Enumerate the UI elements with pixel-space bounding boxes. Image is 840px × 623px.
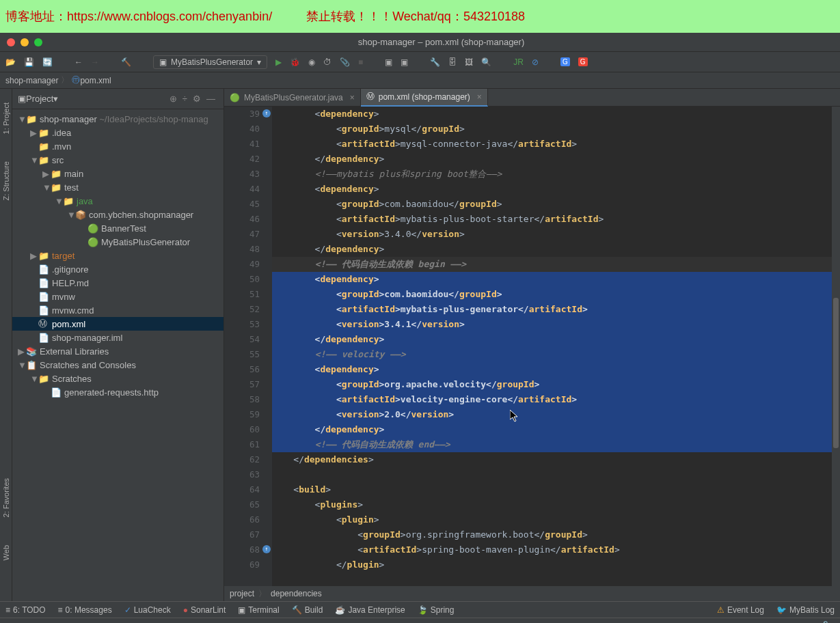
no-icon[interactable]: ⊘ [532,57,539,67]
back-icon[interactable]: ← [74,57,83,67]
bc-item[interactable]: dependencies [271,589,322,598]
tree-item[interactable]: Ⓜpom.xml [12,317,223,331]
close-icon[interactable]: × [477,92,482,102]
tree-item[interactable]: ▶📁target [12,249,223,262]
close-icon[interactable] [7,38,15,46]
left-sidebar-tabs: 1: Project Z: Structure 2: Favorites Web [0,89,12,601]
line-gutter: 39↑4041424344454647484950515253545556575… [224,107,272,586]
editor-tab[interactable]: Ⓜpom.xml (shop-manager)× [361,89,488,107]
sidebar-tab-favorites[interactable]: 2: Favorites [2,478,10,517]
tree-item[interactable]: 📄shop-manager.iml [12,331,223,344]
translate-icon[interactable]: G [560,57,570,66]
breadcrumb-root[interactable]: shop-manager [5,76,58,85]
main-area: 1: Project Z: Structure 2: Favorites Web… [0,89,840,601]
editor-breadcrumb: project 〉 dependencies [224,586,840,601]
search-icon[interactable]: 🔍 [481,57,491,67]
tool-window-button[interactable]: ≡0: Messages [58,605,112,615]
tree-item[interactable]: ▼📁java [12,194,223,208]
breadcrumb-file[interactable]: pom.xml [80,76,111,85]
editor-tab[interactable]: 🟢MyBatisPlusGenerator.java× [224,89,361,107]
watermark-right: 禁止转载！！！Wechat/qq：543210188 [306,8,525,25]
titlebar: shop-manager – pom.xml (shop-manager) [0,33,840,52]
tool-window-button[interactable]: ▣Terminal [238,605,279,615]
tree-item[interactable]: 🟢BannerTest [12,221,223,235]
coverage-icon[interactable]: ◉ [308,57,315,67]
tool-window-button[interactable]: ⚠Event Log [717,605,764,615]
profile-icon[interactable]: ⏱ [323,57,331,67]
db-icon[interactable]: 🗄 [448,57,457,67]
tree-item[interactable]: ▼📁test [12,180,223,194]
tree-item[interactable]: 📄generated-requests.http [12,385,223,399]
tree-item[interactable]: 📁.mvn [12,139,223,153]
project-panel: ▣ Project ▾ ⊕ ÷ ⚙ — ▼📁shop-manager ~/Ide… [12,89,224,601]
chevron-down-icon: ▾ [257,57,261,67]
gear-icon[interactable]: ⚙ [193,94,201,104]
tree-item[interactable]: ▼📋Scratches and Consoles [12,358,223,372]
translate2-icon[interactable]: G [578,57,588,66]
tree-item[interactable]: 📄mvnw [12,290,223,303]
sidebar-tab-web[interactable]: Web [2,545,10,560]
minimize-icon[interactable] [21,38,29,46]
editor-scrollbar[interactable] [832,107,840,586]
tree-item[interactable]: ▼📁src [12,153,223,167]
project-tree[interactable]: ▼📁shop-manager ~/IdeaProjects/shop-manag… [12,109,223,601]
attach-icon[interactable]: 📎 [340,57,350,67]
ide-window: shop-manager – pom.xml (shop-manager) 📂 … [0,33,840,623]
tree-item[interactable]: 📄.gitignore [12,262,223,276]
main-toolbar: 📂 💾 🔄 ← → 🔨 ▣ MyBatisPlusGenerator ▾ ▶ 🐞… [0,52,840,72]
tool-window-button[interactable]: ●SonarLint [183,605,226,615]
tree-item[interactable]: ▶📁main [12,167,223,180]
tool-window-button[interactable]: ☕Java Enterprise [335,605,405,615]
build-icon[interactable]: 🔨 [121,57,131,67]
watermark: 博客地址：https://www.cnblogs.com/chenyanbin/… [0,0,840,33]
chevron-right-icon: 〉 [61,74,69,86]
stop-icon[interactable]: ■ [358,57,363,67]
layout-icon[interactable]: ▣ [385,57,392,67]
tree-item[interactable]: ▼📁shop-manager ~/IdeaProjects/shop-manag [12,112,223,126]
bc-item[interactable]: project [230,589,254,598]
layout2-icon[interactable]: ▣ [401,57,408,67]
wrench-icon[interactable]: 🔧 [430,57,440,67]
save-icon[interactable]: 💾 [24,57,34,67]
chevron-right-icon: 〉 [258,588,267,600]
window-controls[interactable] [0,38,42,46]
debug-icon[interactable]: 🐞 [290,57,300,67]
code-editor[interactable]: 39↑4041424344454647484950515253545556575… [224,107,840,586]
tree-item[interactable]: ▼📦com.ybchen.shopmanager [12,208,223,221]
jr-icon[interactable]: JR [513,57,524,67]
sidebar-tab-project[interactable]: 1: Project [2,102,10,134]
editor-area: 🟢MyBatisPlusGenerator.java×Ⓜpom.xml (sho… [224,89,840,601]
sync-icon[interactable]: 🔄 [42,57,53,67]
run-icon[interactable]: ▶ [275,57,282,67]
tree-item[interactable]: 📄HELP.md [12,276,223,290]
tree-item[interactable]: ▶📁.idea [12,126,223,139]
open-icon[interactable]: 📂 [5,57,16,67]
tree-item[interactable]: 📄mvnw.cmd [12,303,223,317]
tree-item[interactable]: 🟢MyBatisPlusGenerator [12,235,223,249]
nav-breadcrumb: shop-manager 〉 ⓜ pom.xml [0,72,840,89]
forward-icon[interactable]: → [91,57,99,67]
scrollbar-thumb[interactable] [833,298,839,448]
tool-window-button[interactable]: ≡6: TODO [5,605,46,615]
run-config-selector[interactable]: ▣ MyBatisPlusGenerator ▾ [153,55,267,69]
target-icon[interactable]: ⊕ [170,94,177,104]
tree-item[interactable]: ▼📁Scratches [12,372,223,385]
tool-windows-bar: ≡6: TODO≡0: Messages✓LuaCheck●SonarLint▣… [0,601,840,618]
tool-window-button[interactable]: 🔨Build [292,605,323,615]
status-bar: ▣ Build completed successfully in 4 s 12… [0,618,840,623]
chevron-down-icon[interactable]: ▾ [53,94,58,104]
maximize-icon[interactable] [34,38,42,46]
sidebar-tab-structure[interactable]: Z: Structure [2,161,10,200]
collapse-icon[interactable]: ÷ [182,94,187,104]
tree-item[interactable]: ▶📚External Libraries [12,344,223,358]
panel-icon: ▣ [18,94,26,104]
code-content[interactable]: <dependency> <groupId>mysql</groupId> <a… [272,107,840,586]
panel-title: Project [26,94,53,104]
tool-window-button[interactable]: ✓LuaCheck [124,605,171,615]
hide-icon[interactable]: — [206,94,215,104]
close-icon[interactable]: × [350,93,355,102]
tool-window-button[interactable]: 🐦MyBatis Log [776,605,835,615]
tool-window-button[interactable]: 🍃Spring [418,605,455,615]
img-icon[interactable]: 🖼 [465,57,473,67]
run-config-icon: ▣ [159,57,167,67]
